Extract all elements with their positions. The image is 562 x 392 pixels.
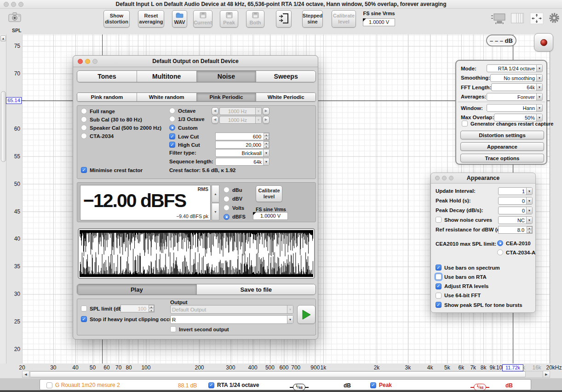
- high-cut-field[interactable]: 20,000 ▲▼: [215, 141, 270, 149]
- distortion-settings-button[interactable]: Distortion settings: [460, 131, 544, 139]
- radio-icon[interactable]: [224, 214, 229, 220]
- third-octave-freq-dropdown[interactable]: 1000 Hz▼: [219, 116, 262, 124]
- third-octave-freq-next-button[interactable]: ▶: [263, 116, 270, 124]
- spl-limit-field[interactable]: 100 ▲▼: [120, 305, 155, 312]
- speaker-cal-500-to-2000-hz-radio[interactable]: Speaker Cal (500 to 2000 Hz): [81, 125, 161, 131]
- averagesdropdown[interactable]: Forever▼: [487, 93, 543, 101]
- step-up-icon[interactable]: ▲: [212, 185, 219, 202]
- octave-freq-next-button[interactable]: ▶: [263, 107, 270, 115]
- panes-columns-icon[interactable]: [510, 12, 524, 26]
- dbv-radio[interactable]: dBV: [224, 196, 242, 202]
- fs-sine-vrms-field[interactable]: 1.0000 V: [253, 212, 288, 220]
- radio-icon[interactable]: [169, 116, 175, 122]
- radio-icon[interactable]: [497, 240, 503, 246]
- loopback-capture-button[interactable]: [276, 10, 292, 28]
- checkbox-icon[interactable]: ✓: [208, 382, 214, 388]
- tab-multitone[interactable]: Multitone: [137, 71, 196, 82]
- settings-gear-icon[interactable]: [548, 12, 560, 26]
- stepper-icon[interactable]: ▲▼: [149, 305, 154, 312]
- third-octave-radio[interactable]: 1/3 Octave: [169, 116, 205, 122]
- tab-tones[interactable]: Tones: [77, 71, 137, 82]
- checkbox-icon[interactable]: ✓: [436, 274, 442, 280]
- restart-capture-checkbox[interactable]: ✓ Generator changes restart capture: [462, 121, 553, 127]
- fs-sine-vrms-field[interactable]: 1.0000 V: [363, 18, 395, 26]
- show-distortion-button[interactable]: Show distortion: [103, 10, 130, 28]
- save-current-button[interactable]: Current: [193, 10, 212, 28]
- subtab-pink-random[interactable]: Pink random: [77, 93, 137, 101]
- action-save-to-file[interactable]: Save to file: [196, 284, 316, 294]
- stepper-icon[interactable]: ▲▼: [264, 133, 269, 140]
- horizontal-scrollbar-thumb[interactable]: [30, 371, 526, 377]
- radio-icon[interactable]: [169, 125, 175, 131]
- radio-icon[interactable]: [81, 116, 87, 122]
- pan-arrows-icon[interactable]: [530, 12, 544, 26]
- noise-curve-type-dropdown[interactable]: NC▼: [498, 216, 533, 224]
- low-cut-field[interactable]: 600 ▲▼: [215, 133, 270, 140]
- checkbox-icon[interactable]: ✓: [436, 293, 442, 299]
- adjust-rta-levels-checkbox[interactable]: ✓Adjust RTA levels: [436, 283, 489, 289]
- appearance-titlebar[interactable]: Appearance: [431, 173, 535, 184]
- scroll-left-arrow-icon[interactable]: ◀: [23, 371, 29, 377]
- checkbox-icon[interactable]: ✓: [169, 142, 175, 148]
- smoothingdropdown[interactable]: No smoothing▼: [490, 74, 543, 82]
- checkbox-icon[interactable]: ✓: [81, 167, 87, 173]
- checkbox-icon[interactable]: ✓: [462, 121, 468, 127]
- fraction-badge-red[interactable]: 1⁄48: [474, 384, 486, 391]
- update-interval-dropdown[interactable]: 1▼: [498, 187, 533, 195]
- stepper-icon[interactable]: ▲▼: [527, 226, 532, 233]
- horizontal-scrollbar[interactable]: ◀ ▶: [22, 371, 550, 378]
- sequence-length-dropdown[interactable]: 64k▼: [215, 158, 270, 166]
- output-device-dropdown[interactable]: Default Output▼: [170, 305, 293, 314]
- action-play[interactable]: Play: [77, 284, 196, 294]
- subtab-pink-periodic[interactable]: Pink Periodic: [196, 93, 256, 101]
- peak-trace-checkbox[interactable]: ✓ Peak: [370, 382, 392, 388]
- peak-hold-s-dropdown[interactable]: 0▼: [498, 197, 533, 205]
- spl-camera-icon[interactable]: [8, 12, 22, 23]
- tab-noise[interactable]: Noise: [196, 71, 256, 82]
- high-cut-checkbox[interactable]: ✓ High Cut: [169, 142, 200, 148]
- dbu-radio[interactable]: dBu: [224, 187, 242, 193]
- tab-sweeps[interactable]: Sweeps: [256, 71, 315, 82]
- use-64-bit-fft-checkbox[interactable]: ✓Use 64-bit FFT: [436, 293, 481, 299]
- cta-2034-radio[interactable]: CTA-2034: [81, 133, 114, 139]
- sub-cal-30-to-80-hz-radio[interactable]: Sub Cal (30 to 80 Hz): [81, 116, 142, 122]
- checkbox-icon[interactable]: ✓: [436, 283, 442, 289]
- radio-icon[interactable]: [224, 187, 229, 193]
- low-cut-checkbox[interactable]: ✓ Low Cut: [169, 133, 199, 139]
- vertical-scrollbar[interactable]: ▲: [0, 35, 6, 363]
- radio-icon[interactable]: [81, 125, 87, 131]
- checkbox-icon[interactable]: ✓: [436, 302, 442, 308]
- radio-icon[interactable]: [497, 249, 503, 255]
- rta-trace-checkbox[interactable]: ✓ RTA 1/24 octave: [208, 382, 259, 388]
- octave-freq-dropdown[interactable]: 1000 Hz▼: [219, 107, 262, 115]
- max-overlapdropdown[interactable]: 50%▼: [494, 114, 543, 121]
- dialog-titlebar[interactable]: Default Output on Default Device: [73, 56, 318, 67]
- level-stepper[interactable]: ▲ ▼: [212, 185, 219, 220]
- radio-icon[interactable]: [81, 108, 87, 114]
- minimise-crest-checkbox[interactable]: ✓ Minimise crest factor: [81, 167, 143, 173]
- save-wav-button[interactable]: WAV: [172, 10, 187, 28]
- invert-output-checkbox[interactable]: ✓ Invert second output: [170, 326, 229, 332]
- scroll-right-arrow-icon[interactable]: ▶: [543, 371, 550, 377]
- checkbox-icon[interactable]: ✓: [46, 382, 52, 388]
- step-down-icon[interactable]: ▼: [212, 203, 219, 220]
- save-both-button[interactable]: Both: [246, 10, 264, 28]
- checkbox-icon[interactable]: ✓: [370, 382, 376, 388]
- play-button[interactable]: [297, 305, 315, 324]
- octave-freq-prev-button[interactable]: ◀: [212, 107, 218, 115]
- peak-decay-db-s-dropdown[interactable]: 0▼: [498, 207, 533, 214]
- checkbox-icon[interactable]: ✓: [81, 306, 87, 311]
- third-octave-freq-prev-button[interactable]: ◀: [212, 116, 218, 124]
- record-button[interactable]: [534, 33, 553, 52]
- reset-averaging-button[interactable]: Reset averaging: [138, 10, 164, 28]
- save-peak-button[interactable]: Peak: [220, 10, 238, 28]
- octave-radio[interactable]: Octave: [169, 108, 195, 114]
- trace-options-button[interactable]: Trace options: [460, 154, 544, 162]
- checkbox-icon[interactable]: ✓: [436, 217, 442, 223]
- filter-type-dropdown[interactable]: Brickwall▼: [215, 149, 270, 157]
- cta-2034-a-radio[interactable]: CTA-2034-A: [497, 249, 535, 255]
- stop-clipping-checkbox[interactable]: ✓ Stop if heavy input clipping occurs: [81, 316, 178, 322]
- scroll-up-arrow-icon[interactable]: ▲: [0, 35, 6, 41]
- checkbox-icon[interactable]: ✓: [169, 133, 175, 139]
- volts-radio[interactable]: Volts: [224, 205, 244, 211]
